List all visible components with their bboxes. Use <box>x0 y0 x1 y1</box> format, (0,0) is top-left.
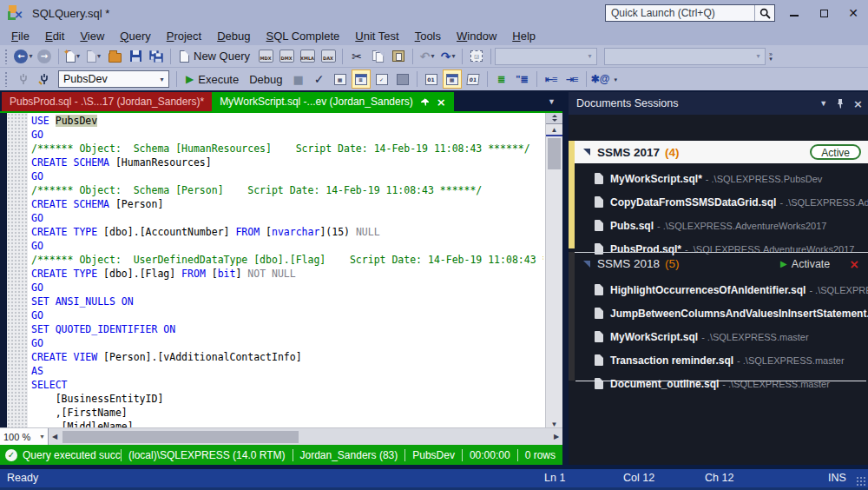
new-query-button[interactable]: New Query <box>175 47 254 66</box>
intellisense-enabled-icon[interactable]: ≡ <box>352 70 371 89</box>
connect-icon[interactable] <box>14 70 33 89</box>
session-document-item[interactable]: MyWorkScript.sql* - .\SQLEXPRESS.PubsDev <box>575 167 868 190</box>
pin-icon[interactable] <box>420 97 430 107</box>
code-line[interactable]: /****** Object: Schema [Person] Script D… <box>31 183 543 197</box>
display-estimated-plan-icon[interactable]: ▦ <box>331 70 350 89</box>
code-line[interactable]: CREATE TYPE [dbo].[AccountNumber] FROM [… <box>31 225 543 239</box>
parse-button[interactable]: ✓ <box>310 70 329 89</box>
zoom-selector[interactable]: 100 % ▼ <box>0 428 49 446</box>
code-line[interactable]: GO <box>31 128 543 142</box>
session-group-header[interactable]: SSMS 2017(4)Active <box>575 141 868 163</box>
debug-button[interactable]: Debug <box>245 70 286 89</box>
horizontal-scroll-thumb[interactable] <box>62 431 299 443</box>
code-line[interactable]: SET ANSI_NULLS ON <box>31 295 543 308</box>
results-to-grid-icon[interactable]: ▦ <box>443 70 462 89</box>
new-dax-query-icon[interactable]: DAX <box>319 47 338 66</box>
save-all-button[interactable] <box>147 47 166 66</box>
new-item-button[interactable]: ✦▾ <box>63 47 82 66</box>
expander-icon[interactable] <box>583 149 590 156</box>
cut-icon[interactable]: ✂ <box>347 47 366 66</box>
code-line[interactable]: GO <box>31 281 543 295</box>
session-document-item[interactable]: Transaction reminder.sql - .\SQLEXPRESS.… <box>575 348 868 372</box>
new-dmx-query-icon[interactable]: DMX <box>277 47 296 66</box>
minimize-button[interactable] <box>779 0 809 26</box>
menu-sql-complete[interactable]: SQL Complete <box>259 28 348 44</box>
session-group-header[interactable]: SSMS 2018(5)▶Activate× <box>575 252 868 275</box>
menu-help[interactable]: Help <box>504 28 543 44</box>
scroll-left-icon[interactable]: ◀ <box>49 433 61 440</box>
code-line[interactable]: CREATE VIEW [Person].[vAdditionalContact… <box>31 350 543 364</box>
decrease-indent-icon[interactable]: ⇤≡ <box>542 70 561 89</box>
paste-icon[interactable] <box>389 47 408 66</box>
activate-button[interactable]: ▶Activate <box>780 258 830 270</box>
scroll-up-icon[interactable]: ▲ <box>546 124 562 135</box>
code-line[interactable]: /****** Object: UserDefinedDataType [dbo… <box>31 253 543 267</box>
code-line[interactable]: GO <box>31 169 543 183</box>
code-line[interactable]: GO <box>31 308 543 322</box>
vertical-scroll-thumb[interactable] <box>548 138 561 169</box>
code-line[interactable]: CREATE TYPE [dbo].[Flag] FROM [bit] NOT … <box>31 267 543 281</box>
pin-icon[interactable] <box>836 98 845 109</box>
menu-tools[interactable]: Tools <box>407 28 449 44</box>
search-icon[interactable] <box>755 8 774 19</box>
save-button[interactable] <box>126 47 145 66</box>
stop-button[interactable]: ■ <box>289 70 308 89</box>
session-document-item[interactable]: CopyDataFromSSMSDataGrid.sql - .\SQLEXPR… <box>575 190 868 214</box>
tab-list-chevron-icon[interactable]: ▼ <box>548 97 556 106</box>
toolbar-grip[interactable] <box>4 71 9 87</box>
expander-icon[interactable] <box>583 261 590 268</box>
quick-launch-input[interactable]: Quick Launch (Ctrl+Q) <box>605 4 775 22</box>
menu-unit-test[interactable]: Unit Test <box>347 28 406 44</box>
copy-icon[interactable] <box>368 47 387 66</box>
code-editor[interactable]: USE PubsDevGO/****** Object: Schema [Hum… <box>0 111 562 445</box>
increase-indent-icon[interactable]: ⇥≡ <box>562 70 582 89</box>
maximize-button[interactable] <box>809 0 838 26</box>
toolbar-grip[interactable] <box>4 49 9 64</box>
code-line[interactable]: GO <box>31 336 543 350</box>
vertical-scrollbar[interactable]: ▲ ▼ <box>545 113 562 429</box>
navigate-back-button[interactable]: ←▾ <box>14 47 33 66</box>
code-line[interactable]: GO <box>31 211 543 225</box>
comment-lines-icon[interactable]: ≣ <box>492 70 511 89</box>
results-to-text-icon[interactable]: 01 <box>422 70 441 89</box>
close-panel-icon[interactable]: × <box>853 97 863 110</box>
new-xmla-query-icon[interactable]: XMLA <box>298 47 317 66</box>
toolbar-overflow-button[interactable]: »▾ <box>769 52 773 61</box>
sql-complete-icon[interactable]: ✱@ <box>591 70 610 89</box>
window-position-chevron-icon[interactable]: ▼ <box>819 99 827 108</box>
database-combobox[interactable]: PubsDev ▾ <box>58 70 169 88</box>
scroll-right-icon[interactable]: ▶ <box>550 433 562 440</box>
close-tab-icon[interactable]: × <box>437 96 446 109</box>
execute-button[interactable]: ▶ Execute <box>181 70 243 89</box>
code-line[interactable]: USE PubsDev <box>31 114 543 128</box>
session-document-item[interactable]: MyWorkScript.sql - .\SQLEXPRESS.master <box>575 325 868 348</box>
menu-file[interactable]: File <box>3 28 37 44</box>
code-line[interactable]: GO <box>31 239 543 253</box>
toolbar-overflow-button[interactable]: ▾ <box>615 77 618 82</box>
new-project-button[interactable]: ▾ <box>84 47 103 66</box>
horizontal-scrollbar[interactable] <box>61 428 550 446</box>
specify-template-values-icon[interactable]: ✓ <box>372 70 391 89</box>
code-line[interactable]: CREATE SCHEMA [HumanResources] <box>31 156 543 169</box>
session-document-item[interactable]: JumpBetweenColumnsAndValuesInInsertState… <box>575 301 868 325</box>
code-line[interactable]: [BusinessEntityID] <box>31 392 543 406</box>
tab-pubsprod[interactable]: PubsProd.sql - .\S...17 (Jordan_Sanders)… <box>2 92 212 111</box>
navigate-forward-button[interactable]: → <box>35 47 54 66</box>
chevron-down-icon[interactable]: ▾ <box>155 76 168 83</box>
include-client-statistics-icon[interactable] <box>393 70 412 89</box>
resize-grip[interactable] <box>856 476 866 487</box>
menu-view[interactable]: View <box>72 28 112 44</box>
panel-header[interactable]: Documents Sessions ▼ × <box>569 92 868 115</box>
menu-debug[interactable]: Debug <box>209 28 258 44</box>
code-line[interactable]: SELECT <box>31 378 543 392</box>
change-connection-icon[interactable] <box>35 70 54 89</box>
redo-button[interactable]: ↷▾ <box>438 47 457 66</box>
code-line[interactable]: CREATE SCHEMA [Person] <box>31 197 543 211</box>
close-group-icon[interactable]: × <box>849 257 859 271</box>
session-document-item[interactable]: Pubs.sql - .\SQLEXPRESS.AdventureWorks20… <box>575 214 868 237</box>
results-to-file-icon[interactable]: 01 <box>464 70 483 89</box>
code-line[interactable]: ,[FirstName] <box>31 406 543 420</box>
sql-code-area[interactable]: USE PubsDevGO/****** Object: Schema [Hum… <box>28 113 543 429</box>
menu-edit[interactable]: Edit <box>37 28 72 44</box>
code-line[interactable]: SET QUOTED_IDENTIFIER ON <box>31 322 543 336</box>
